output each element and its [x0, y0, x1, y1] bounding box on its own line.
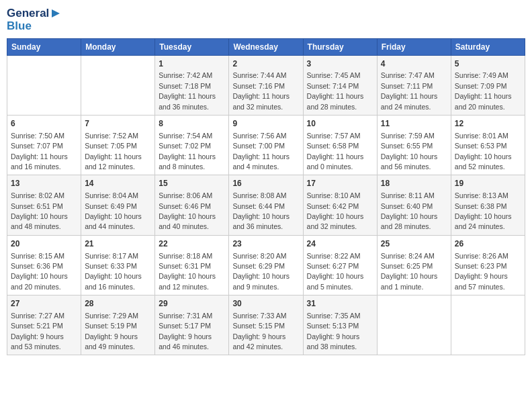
cell-content: Sunrise: 8:22 AMSunset: 6:27 PMDaylight:… — [307, 252, 364, 291]
cell-content: Sunrise: 7:57 AMSunset: 6:58 PMDaylight:… — [307, 132, 364, 171]
logo-arrow-icon — [50, 7, 64, 20]
calendar-week-row: 27Sunrise: 7:27 AMSunset: 5:21 PMDayligh… — [7, 295, 525, 355]
calendar-cell: 19Sunrise: 8:13 AMSunset: 6:38 PMDayligh… — [451, 175, 525, 235]
logo: General Blue — [7, 7, 64, 33]
calendar-cell: 14Sunrise: 8:04 AMSunset: 6:49 PMDayligh… — [81, 175, 155, 235]
cell-content: Sunrise: 8:24 AMSunset: 6:25 PMDaylight:… — [381, 252, 438, 291]
day-number: 19 — [455, 178, 521, 189]
day-number: 7 — [85, 118, 151, 130]
cell-content: Sunrise: 7:42 AMSunset: 7:18 PMDaylight:… — [159, 71, 216, 110]
weekday-header-monday: Monday — [81, 38, 155, 55]
cell-content: Sunrise: 7:47 AMSunset: 7:11 PMDaylight:… — [381, 71, 438, 110]
calendar-cell: 16Sunrise: 8:08 AMSunset: 6:44 PMDayligh… — [229, 175, 303, 235]
weekday-header-row: SundayMondayTuesdayWednesdayThursdayFrid… — [7, 38, 525, 55]
calendar-cell: 9Sunrise: 7:56 AMSunset: 7:00 PMDaylight… — [229, 116, 303, 175]
calendar-cell: 13Sunrise: 8:02 AMSunset: 6:51 PMDayligh… — [7, 175, 81, 235]
day-number: 29 — [159, 298, 225, 310]
day-number: 10 — [307, 118, 373, 130]
cell-content: Sunrise: 7:35 AMSunset: 5:13 PMDaylight:… — [307, 312, 361, 351]
calendar-cell: 25Sunrise: 8:24 AMSunset: 6:25 PMDayligh… — [377, 235, 451, 295]
cell-content: Sunrise: 8:10 AMSunset: 6:42 PMDaylight:… — [307, 191, 364, 230]
weekday-header-thursday: Thursday — [303, 38, 377, 55]
day-number: 30 — [232, 298, 299, 310]
weekday-header-sunday: Sunday — [7, 38, 81, 55]
calendar-cell: 6Sunrise: 7:50 AMSunset: 7:07 PMDaylight… — [7, 116, 81, 175]
day-number: 20 — [11, 238, 77, 250]
calendar-table: SundayMondayTuesdayWednesdayThursdayFrid… — [7, 38, 525, 356]
cell-content: Sunrise: 8:11 AMSunset: 6:40 PMDaylight:… — [381, 191, 438, 230]
calendar-cell: 1Sunrise: 7:42 AMSunset: 7:18 PMDaylight… — [155, 55, 229, 115]
calendar-cell: 22Sunrise: 8:18 AMSunset: 6:31 PMDayligh… — [155, 235, 229, 295]
day-number: 25 — [381, 238, 447, 250]
cell-content: Sunrise: 7:56 AMSunset: 7:00 PMDaylight:… — [232, 132, 290, 171]
page-header: General Blue — [7, 7, 525, 33]
day-number: 1 — [159, 58, 225, 70]
calendar-cell — [81, 55, 155, 115]
cell-content: Sunrise: 8:06 AMSunset: 6:46 PMDaylight:… — [159, 191, 216, 230]
cell-content: Sunrise: 8:08 AMSunset: 6:44 PMDaylight:… — [232, 191, 290, 230]
day-number: 2 — [232, 58, 299, 70]
calendar-cell: 28Sunrise: 7:29 AMSunset: 5:19 PMDayligh… — [81, 295, 155, 355]
calendar-cell: 10Sunrise: 7:57 AMSunset: 6:58 PMDayligh… — [303, 116, 377, 175]
calendar-cell — [7, 55, 81, 115]
calendar-cell: 4Sunrise: 7:47 AMSunset: 7:11 PMDaylight… — [377, 55, 451, 115]
cell-content: Sunrise: 7:54 AMSunset: 7:02 PMDaylight:… — [159, 132, 216, 171]
cell-content: Sunrise: 7:33 AMSunset: 5:15 PMDaylight:… — [232, 312, 286, 351]
cell-content: Sunrise: 7:59 AMSunset: 6:55 PMDaylight:… — [381, 132, 438, 171]
calendar-cell — [377, 295, 451, 355]
day-number: 11 — [381, 118, 447, 130]
calendar-cell: 7Sunrise: 7:52 AMSunset: 7:05 PMDaylight… — [81, 116, 155, 175]
day-number: 9 — [232, 118, 299, 130]
day-number: 12 — [455, 118, 521, 130]
cell-content: Sunrise: 8:15 AMSunset: 6:36 PMDaylight:… — [11, 252, 68, 291]
calendar-cell: 18Sunrise: 8:11 AMSunset: 6:40 PMDayligh… — [377, 175, 451, 235]
weekday-header-wednesday: Wednesday — [229, 38, 303, 55]
calendar-cell: 3Sunrise: 7:45 AMSunset: 7:14 PMDaylight… — [303, 55, 377, 115]
day-number: 6 — [11, 118, 77, 130]
day-number: 18 — [381, 178, 447, 189]
calendar-cell: 23Sunrise: 8:20 AMSunset: 6:29 PMDayligh… — [229, 235, 303, 295]
calendar-cell — [451, 295, 525, 355]
calendar-cell: 20Sunrise: 8:15 AMSunset: 6:36 PMDayligh… — [7, 235, 81, 295]
day-number: 28 — [85, 298, 151, 310]
cell-content: Sunrise: 7:27 AMSunset: 5:21 PMDaylight:… — [11, 312, 64, 351]
day-number: 16 — [232, 178, 299, 189]
cell-content: Sunrise: 7:45 AMSunset: 7:14 PMDaylight:… — [307, 71, 364, 110]
calendar-week-row: 20Sunrise: 8:15 AMSunset: 6:36 PMDayligh… — [7, 235, 525, 295]
calendar-cell: 24Sunrise: 8:22 AMSunset: 6:27 PMDayligh… — [303, 235, 377, 295]
cell-content: Sunrise: 7:44 AMSunset: 7:16 PMDaylight:… — [232, 71, 290, 110]
cell-content: Sunrise: 8:13 AMSunset: 6:38 PMDaylight:… — [455, 191, 512, 230]
calendar-cell: 15Sunrise: 8:06 AMSunset: 6:46 PMDayligh… — [155, 175, 229, 235]
cell-content: Sunrise: 7:29 AMSunset: 5:19 PMDaylight:… — [85, 312, 138, 351]
calendar-cell: 2Sunrise: 7:44 AMSunset: 7:16 PMDaylight… — [229, 55, 303, 115]
cell-content: Sunrise: 8:17 AMSunset: 6:33 PMDaylight:… — [85, 252, 142, 291]
day-number: 13 — [11, 178, 77, 189]
calendar-cell: 11Sunrise: 7:59 AMSunset: 6:55 PMDayligh… — [377, 116, 451, 175]
day-number: 8 — [159, 118, 225, 130]
logo-general: General — [7, 7, 49, 20]
day-number: 24 — [307, 238, 373, 250]
calendar-cell: 21Sunrise: 8:17 AMSunset: 6:33 PMDayligh… — [81, 235, 155, 295]
day-number: 31 — [307, 298, 373, 310]
calendar-cell: 8Sunrise: 7:54 AMSunset: 7:02 PMDaylight… — [155, 116, 229, 175]
logo-text: General Blue — [7, 7, 64, 33]
calendar-cell: 29Sunrise: 7:31 AMSunset: 5:17 PMDayligh… — [155, 295, 229, 355]
day-number: 3 — [307, 58, 373, 70]
day-number: 23 — [232, 238, 299, 250]
calendar-cell: 5Sunrise: 7:49 AMSunset: 7:09 PMDaylight… — [451, 55, 525, 115]
cell-content: Sunrise: 8:02 AMSunset: 6:51 PMDaylight:… — [11, 191, 68, 230]
day-number: 27 — [11, 298, 77, 310]
cell-content: Sunrise: 7:31 AMSunset: 5:17 PMDaylight:… — [159, 312, 212, 351]
weekday-header-saturday: Saturday — [451, 38, 525, 55]
day-number: 15 — [159, 178, 225, 189]
weekday-header-tuesday: Tuesday — [155, 38, 229, 55]
day-number: 5 — [455, 58, 521, 70]
cell-content: Sunrise: 8:01 AMSunset: 6:53 PMDaylight:… — [455, 132, 512, 171]
cell-content: Sunrise: 8:26 AMSunset: 6:23 PMDaylight:… — [455, 252, 508, 291]
logo-blue: Blue — [7, 20, 32, 33]
calendar-week-row: 6Sunrise: 7:50 AMSunset: 7:07 PMDaylight… — [7, 116, 525, 175]
day-number: 14 — [85, 178, 151, 189]
cell-content: Sunrise: 8:18 AMSunset: 6:31 PMDaylight:… — [159, 252, 216, 291]
day-number: 17 — [307, 178, 373, 189]
day-number: 22 — [159, 238, 225, 250]
